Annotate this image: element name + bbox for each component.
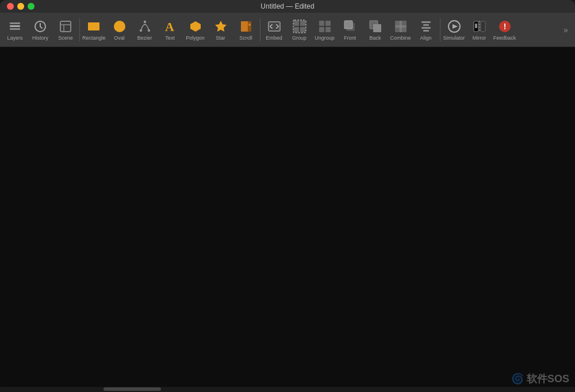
- toolbar-item-group[interactable]: Group: [287, 14, 312, 46]
- star-icon: [213, 18, 229, 34]
- mirror-icon: [471, 18, 488, 34]
- svg-text:A: A: [165, 20, 174, 33]
- ungroup-icon: [317, 18, 333, 34]
- scene-icon: [57, 18, 74, 34]
- polygon-label: Polygon: [186, 36, 205, 41]
- history-label: History: [32, 36, 48, 41]
- svg-rect-18: [248, 21, 251, 32]
- svg-rect-46: [481, 21, 485, 32]
- toolbar-item-star[interactable]: Star: [208, 14, 233, 46]
- scrollbar-bottom[interactable]: [0, 387, 575, 391]
- svg-point-8: [114, 21, 125, 32]
- combine-label: Combine: [390, 36, 411, 41]
- toolbar-item-mirror[interactable]: Mirror: [467, 14, 492, 46]
- scrollbar-thumb[interactable]: [103, 387, 161, 391]
- toolbar-item-history[interactable]: History: [28, 14, 53, 46]
- front-label: Front: [344, 36, 356, 41]
- group-icon: [292, 18, 308, 34]
- text-label: Text: [165, 36, 175, 41]
- toolbar-item-feedback[interactable]: ! Feedback: [492, 14, 518, 46]
- feedback-label: Feedback: [493, 36, 516, 41]
- toolbar-item-bezier[interactable]: Bezier: [132, 14, 158, 46]
- svg-rect-26: [319, 21, 324, 26]
- svg-rect-19: [248, 24, 251, 26]
- svg-text:!: !: [503, 22, 506, 31]
- toolbar-item-ungroup[interactable]: Ungroup: [312, 14, 338, 46]
- layers-icon: [7, 18, 23, 34]
- svg-rect-38: [421, 21, 431, 23]
- oval-icon: [112, 18, 128, 34]
- bezier-icon: [137, 18, 153, 34]
- simulator-label: Simulator: [443, 36, 465, 41]
- titlebar: Untitled — Edited: [0, 0, 575, 13]
- svg-rect-41: [423, 30, 429, 32]
- toolbar-item-simulator[interactable]: Simulator: [442, 14, 467, 46]
- text-icon: A: [162, 18, 178, 34]
- group-label: Group: [292, 36, 306, 41]
- more-icon: »: [564, 25, 568, 34]
- minimize-button[interactable]: [17, 3, 24, 10]
- toolbar-item-rectangle[interactable]: Rectangle: [81, 14, 107, 46]
- front-icon: [342, 18, 358, 34]
- toolbar-item-text[interactable]: A Text: [158, 14, 183, 46]
- svg-rect-0: [10, 22, 20, 24]
- rectangle-icon: [86, 18, 102, 34]
- align-label: Align: [420, 36, 432, 41]
- window-title: Untitled — Edited: [260, 2, 314, 10]
- svg-rect-29: [325, 27, 331, 32]
- toolbar-item-combine[interactable]: Combine: [388, 14, 413, 46]
- more-button[interactable]: »: [559, 14, 573, 46]
- back-label: Back: [370, 36, 381, 41]
- back-icon: [367, 18, 384, 34]
- maximize-button[interactable]: [28, 3, 34, 10]
- oval-label: Oval: [114, 36, 125, 41]
- svg-rect-17: [241, 21, 249, 32]
- history-icon: [32, 18, 48, 34]
- svg-rect-24: [300, 27, 305, 32]
- svg-marker-43: [453, 24, 458, 29]
- svg-rect-31: [344, 21, 352, 29]
- toolbar-item-layers[interactable]: Layers: [2, 14, 28, 46]
- simulator-icon: [446, 18, 462, 34]
- bezier-label: Bezier: [137, 36, 152, 41]
- toolbar-item-embed[interactable]: Embed: [262, 14, 287, 46]
- toolbar-item-back[interactable]: Back: [363, 14, 388, 46]
- toolbar-item-front[interactable]: Front: [338, 14, 363, 46]
- embed-label: Embed: [266, 36, 282, 41]
- align-icon: [418, 18, 434, 34]
- toolbar-item-scene[interactable]: Scene: [53, 14, 78, 46]
- combine-icon: [393, 18, 409, 34]
- feedback-icon: !: [497, 18, 513, 34]
- polygon-icon: [187, 18, 204, 34]
- ungroup-label: Ungroup: [315, 36, 335, 41]
- canvas[interactable]: 🌀 软件SOS: [0, 47, 575, 391]
- toolbar-item-polygon[interactable]: Polygon: [183, 14, 208, 46]
- svg-rect-48: [475, 24, 477, 28]
- svg-rect-4: [60, 21, 71, 32]
- star-label: Star: [216, 36, 225, 41]
- toolbar-item-scroll[interactable]: Scroll: [233, 14, 259, 46]
- toolbar: Layers History Scene Rectang: [0, 13, 575, 47]
- svg-rect-37: [395, 25, 402, 32]
- rectangle-label: Rectangle: [82, 36, 106, 41]
- svg-rect-39: [423, 24, 429, 26]
- watermark: 🌀 软件SOS: [511, 372, 569, 386]
- svg-rect-7: [88, 22, 99, 30]
- svg-rect-23: [294, 27, 299, 32]
- toolbar-item-align[interactable]: Align: [413, 14, 439, 46]
- traffic-lights: [7, 3, 34, 10]
- close-button[interactable]: [7, 3, 14, 10]
- svg-rect-27: [325, 21, 331, 26]
- scroll-icon: [238, 18, 254, 34]
- svg-rect-22: [300, 21, 305, 26]
- embed-icon: [266, 18, 282, 34]
- mirror-label: Mirror: [473, 36, 486, 41]
- separator-1: [79, 18, 80, 41]
- svg-marker-15: [190, 21, 201, 32]
- svg-rect-21: [294, 21, 299, 26]
- svg-rect-28: [319, 27, 324, 32]
- svg-rect-40: [421, 27, 431, 29]
- svg-marker-16: [215, 21, 227, 32]
- scene-label: Scene: [58, 36, 73, 41]
- toolbar-item-oval[interactable]: Oval: [107, 14, 132, 46]
